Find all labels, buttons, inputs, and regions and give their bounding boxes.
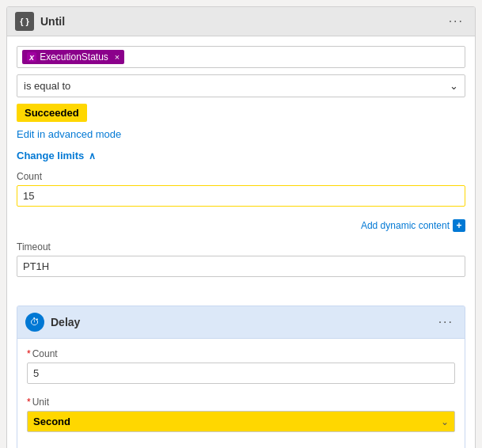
count-label: Count [17,171,465,182]
delay-header-left: ⏱ Delay [25,313,80,332]
succeeded-badge: Succeeded [17,104,87,122]
timeout-input[interactable] [17,256,465,277]
value-badge-row: Succeeded [17,104,465,128]
token-label: ExecutionStatus [40,51,108,63]
delay-unit-field-group: *Unit Second Minute Hour Day ⌄ [27,397,455,432]
until-card-body: x ExecutionStatus × is equal to ⌄ Succee… [7,36,475,448]
add-dynamic-content-button[interactable]: Add dynamic content + [361,219,465,232]
edit-advanced-link[interactable]: Edit in advanced mode [17,128,121,140]
delay-unit-select[interactable]: Second Minute Hour Day [27,411,455,432]
count-input[interactable] [17,185,465,207]
until-title: Until [40,15,65,28]
header-left: { } Until [15,12,65,31]
delay-card-body: *Count *Unit Second Minute Hour Day [17,339,465,448]
until-header-icon: { } [15,12,34,31]
delay-unit-required: * [27,397,31,408]
delay-unit-select-wrapper: Second Minute Hour Day ⌄ [27,411,455,432]
token-close-button[interactable]: × [115,52,120,62]
until-card-header: { } Until ··· [7,7,475,36]
operator-label: is equal to [24,80,70,92]
delay-count-label: *Count [27,348,455,359]
change-limits-toggle[interactable]: Change limits ∧ [17,150,465,161]
count-field-group: Count [17,171,465,210]
dynamic-content-row: Add dynamic content + [17,219,465,232]
delay-more-options-button[interactable]: ··· [435,313,457,331]
change-limits-label: Change limits [17,150,84,161]
token-icon: x [27,52,36,62]
chevron-down-icon: ⌄ [450,80,458,92]
delay-title: Delay [51,316,80,328]
execution-status-token[interactable]: x ExecutionStatus × [22,50,124,64]
chevron-up-icon: ∧ [89,150,96,161]
delay-unit-label: *Unit [27,397,455,408]
delay-count-field-group: *Count [27,348,455,387]
operator-dropdown[interactable]: is equal to ⌄ [17,74,465,97]
until-card: { } Until ··· x ExecutionStatus × is equ… [6,6,476,448]
dynamic-content-label: Add dynamic content [361,220,450,231]
delay-count-required: * [27,348,31,359]
condition-token-row: x ExecutionStatus × [17,46,465,68]
delay-count-input[interactable] [27,363,455,384]
delay-icon: ⏱ [25,313,44,332]
timeout-field-group: Timeout [17,241,465,280]
until-more-options-button[interactable]: ··· [446,13,467,30]
timeout-label: Timeout [17,241,465,252]
delay-card: ⏱ Delay ··· *Count *Unit [17,306,465,448]
dynamic-content-icon: + [453,219,465,232]
delay-card-header: ⏱ Delay ··· [17,306,465,339]
